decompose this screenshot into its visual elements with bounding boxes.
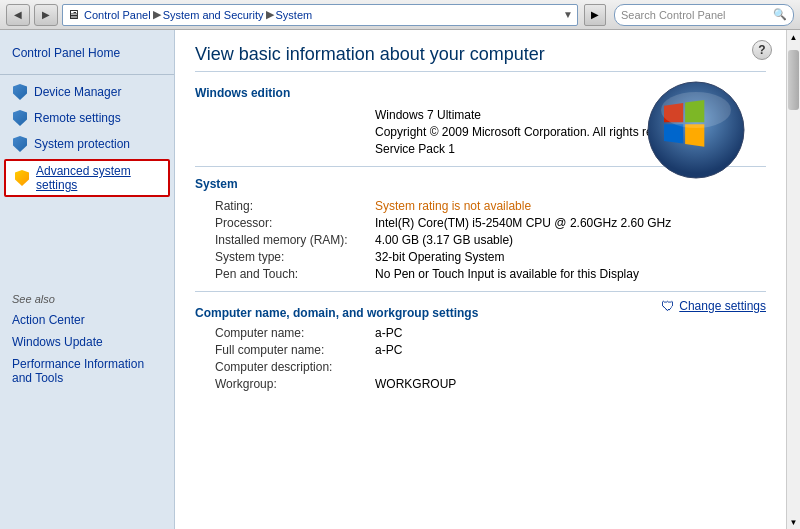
- description-key: Computer description:: [195, 360, 375, 374]
- pen-touch-row: Pen and Touch: No Pen or Touch Input is …: [195, 267, 766, 281]
- processor-key: Processor:: [195, 216, 375, 230]
- title-bar: ◀ ▶ 🖥 Control Panel ▶ System and Securit…: [0, 0, 800, 30]
- sidebar-item-remote-settings[interactable]: Remote settings: [0, 105, 174, 131]
- search-icon: 🔍: [773, 8, 787, 21]
- scrollbar-thumb[interactable]: [788, 50, 799, 110]
- ram-value: 4.00 GB (3.17 GB usable): [375, 233, 513, 247]
- sidebar-item-system-protection[interactable]: System protection: [0, 131, 174, 157]
- address-icon: 🖥: [67, 7, 80, 22]
- see-also-label: See also: [0, 279, 174, 309]
- sidebar: Control Panel Home Device Manager Remote…: [0, 30, 175, 529]
- workgroup-value: WORKGROUP: [375, 377, 456, 391]
- computer-name-value: a-PC: [375, 326, 402, 340]
- full-name-row: Full computer name: a-PC: [195, 343, 766, 357]
- change-settings-link[interactable]: 🛡 Change settings: [661, 298, 766, 314]
- sidebar-item-windows-update[interactable]: Windows Update: [0, 331, 174, 353]
- breadcrumb-system-security[interactable]: System and Security: [163, 9, 264, 21]
- section-divider-2: [195, 291, 766, 292]
- sidebar-label-device-manager: Device Manager: [34, 85, 121, 99]
- help-button[interactable]: ?: [752, 40, 772, 60]
- pen-value: No Pen or Touch Input is available for t…: [375, 267, 639, 281]
- system-type-key: System type:: [195, 250, 375, 264]
- sidebar-label-remote-settings: Remote settings: [34, 111, 121, 125]
- system-type-value: 32-bit Operating System: [375, 250, 504, 264]
- advanced-settings-icon: [14, 170, 30, 186]
- breadcrumb-sep-1: ▶: [153, 8, 161, 21]
- pen-key: Pen and Touch:: [195, 267, 375, 281]
- dropdown-arrow-icon[interactable]: ▼: [563, 9, 573, 20]
- breadcrumb-sep-2: ▶: [266, 8, 274, 21]
- edition-name-value: Windows 7 Ultimate: [375, 108, 481, 122]
- description-row: Computer description:: [195, 360, 766, 374]
- address-go-button[interactable]: ▶: [584, 4, 606, 26]
- rating-key: Rating:: [195, 199, 375, 213]
- search-bar[interactable]: Search Control Panel 🔍: [614, 4, 794, 26]
- computer-name-key: Computer name:: [195, 326, 375, 340]
- sidebar-item-action-center[interactable]: Action Center: [0, 309, 174, 331]
- breadcrumb-control-panel[interactable]: Control Panel: [84, 9, 151, 21]
- search-placeholder-text: Search Control Panel: [621, 9, 773, 21]
- sidebar-home[interactable]: Control Panel Home: [0, 40, 174, 70]
- edition-copyright-key: [195, 125, 375, 139]
- full-name-value: a-PC: [375, 343, 402, 357]
- sidebar-item-device-manager[interactable]: Device Manager: [0, 79, 174, 105]
- full-name-key: Full computer name:: [195, 343, 375, 357]
- ram-key: Installed memory (RAM):: [195, 233, 375, 247]
- system-protection-icon: [12, 136, 28, 152]
- rating-row: Rating: System rating is not available: [195, 199, 766, 213]
- edition-copyright-value: Copyright © 2009 Microsoft Corporation. …: [375, 125, 692, 139]
- ram-row: Installed memory (RAM): 4.00 GB (3.17 GB…: [195, 233, 766, 247]
- back-button[interactable]: ◀: [6, 4, 30, 26]
- processor-row: Processor: Intel(R) Core(TM) i5-2540M CP…: [195, 216, 766, 230]
- svg-point-1: [661, 92, 731, 128]
- edition-sp-value: Service Pack 1: [375, 142, 455, 156]
- scroll-down-button[interactable]: ▼: [787, 515, 800, 529]
- workgroup-key: Workgroup:: [195, 377, 375, 391]
- sidebar-label-advanced-system-settings: Advanced system settings: [36, 164, 160, 192]
- sidebar-item-advanced-system-settings[interactable]: Advanced system settings: [4, 159, 170, 197]
- workgroup-row: Workgroup: WORKGROUP: [195, 377, 766, 391]
- device-manager-icon: [12, 84, 28, 100]
- forward-button[interactable]: ▶: [34, 4, 58, 26]
- edition-name-key: [195, 108, 375, 122]
- address-bar[interactable]: 🖥 Control Panel ▶ System and Security ▶ …: [62, 4, 578, 26]
- system-type-row: System type: 32-bit Operating System: [195, 250, 766, 264]
- change-settings-icon: 🛡: [661, 298, 675, 314]
- rating-value: System rating is not available: [375, 199, 531, 213]
- page-title: View basic information about your comput…: [195, 44, 766, 72]
- scrollbar[interactable]: ▲ ▼: [786, 30, 800, 529]
- scroll-up-button[interactable]: ▲: [787, 30, 800, 44]
- processor-value: Intel(R) Core(TM) i5-2540M CPU @ 2.60GHz…: [375, 216, 671, 230]
- windows-logo: [646, 80, 746, 183]
- content-area: ?: [175, 30, 786, 529]
- edition-sp-key: [195, 142, 375, 156]
- sidebar-label-system-protection: System protection: [34, 137, 130, 151]
- sidebar-divider-1: [0, 74, 174, 75]
- sidebar-item-performance-info[interactable]: Performance Information and Tools: [0, 353, 174, 389]
- remote-settings-icon: [12, 110, 28, 126]
- computer-section-label: Computer name, domain, and workgroup set…: [195, 306, 478, 320]
- main-layout: Control Panel Home Device Manager Remote…: [0, 30, 800, 529]
- breadcrumb-system[interactable]: System: [276, 9, 313, 21]
- computer-name-row: Computer name: a-PC: [195, 326, 766, 340]
- change-settings-label: Change settings: [679, 299, 766, 313]
